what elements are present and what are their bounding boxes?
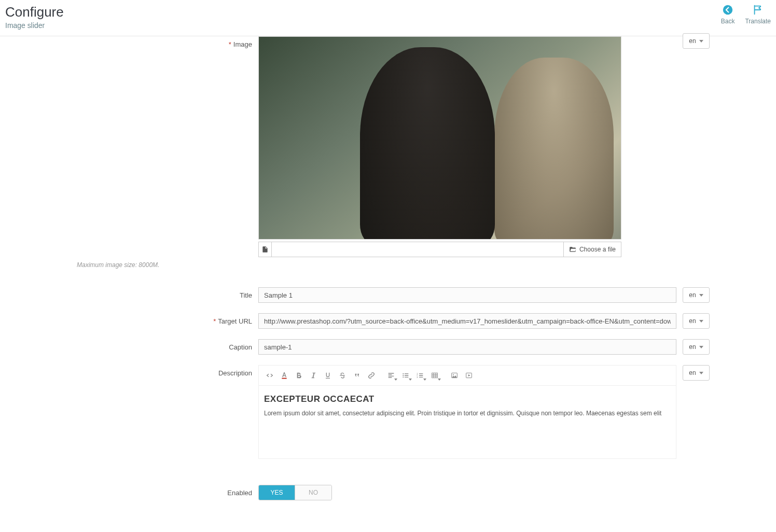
title-input[interactable] — [258, 287, 676, 303]
row-title: Title en — [66, 287, 710, 303]
label-title: Title — [66, 287, 258, 299]
image-size-hint: Maximum image size: 8000M. — [77, 261, 159, 269]
caret-icon — [699, 346, 703, 348]
rte-link-icon[interactable] — [365, 369, 378, 382]
svg-rect-8 — [432, 373, 438, 377]
rich-text-editor: 123 EXCEPTEUR OCCAECAT Lorem ipsum dolor… — [258, 365, 676, 459]
rte-number-list-icon[interactable]: 123 — [413, 369, 427, 382]
row-description: Description 1 — [66, 365, 710, 459]
lang-select-url[interactable]: en — [683, 313, 710, 329]
file-path-input[interactable] — [272, 242, 563, 257]
row-caption: Caption en — [66, 339, 710, 355]
lang-value: en — [689, 369, 696, 376]
rte-text-color-icon[interactable] — [278, 369, 291, 382]
file-input: Choose a file — [258, 242, 621, 257]
rte-blockquote-icon[interactable] — [350, 369, 364, 382]
description-body: Lorem ipsum dolor sit amet, consectetur … — [264, 410, 671, 417]
row-target-url: *Target URL en — [66, 313, 710, 329]
back-icon — [721, 4, 735, 16]
lang-select-image[interactable]: en — [683, 33, 710, 49]
svg-point-10 — [453, 374, 454, 375]
caret-icon — [699, 294, 703, 297]
translate-label: Translate — [745, 18, 771, 25]
choose-file-button[interactable]: Choose a file — [563, 242, 621, 257]
svg-point-4 — [403, 376, 404, 377]
rte-underline-icon[interactable] — [321, 369, 335, 382]
rte-video-icon[interactable] — [462, 369, 476, 382]
svg-point-3 — [403, 375, 404, 376]
caret-icon — [699, 40, 703, 43]
caret-icon — [699, 372, 703, 374]
label-image: *Image — [66, 36, 258, 48]
svg-rect-1 — [282, 378, 286, 379]
label-enabled: Enabled — [66, 485, 258, 497]
rte-italic-icon[interactable] — [307, 369, 320, 382]
back-label: Back — [721, 18, 735, 25]
label-description: Description — [66, 365, 258, 377]
rte-toolbar: 123 — [259, 366, 676, 386]
lang-select-caption[interactable]: en — [683, 339, 710, 355]
row-image-hint: Maximum image size: 8000M. — [66, 261, 710, 269]
page-header: Configure Image slider Back Translate — [0, 0, 776, 36]
page-subtitle: Image slider — [5, 21, 64, 30]
rte-strikethrough-icon[interactable] — [336, 369, 349, 382]
row-image: *Image Choose a file — [66, 36, 710, 257]
lang-value: en — [689, 291, 696, 299]
page-title: Configure — [5, 4, 64, 20]
rte-image-icon[interactable] — [448, 369, 461, 382]
enabled-no[interactable]: NO — [295, 485, 331, 500]
rte-source-code-icon[interactable] — [263, 369, 276, 382]
svg-point-2 — [403, 373, 404, 374]
row-enabled: Enabled YES NO — [66, 485, 710, 500]
svg-text:3: 3 — [417, 376, 418, 379]
back-button[interactable]: Back — [721, 4, 735, 25]
page-actions: Back Translate — [721, 4, 771, 25]
description-heading: EXCEPTEUR OCCAECAT — [264, 394, 671, 404]
caret-icon — [699, 320, 703, 323]
rte-align-icon[interactable] — [384, 369, 398, 382]
page-title-block: Configure Image slider — [5, 4, 64, 30]
folder-open-icon — [569, 246, 576, 253]
image-preview — [258, 36, 621, 240]
label-caption: Caption — [66, 339, 258, 351]
rte-content[interactable]: EXCEPTEUR OCCAECAT Lorem ipsum dolor sit… — [259, 386, 676, 458]
file-icon — [258, 242, 272, 257]
caption-input[interactable] — [258, 339, 676, 355]
rte-table-icon[interactable] — [428, 369, 441, 382]
label-target-url: *Target URL — [66, 313, 258, 325]
lang-value: en — [689, 317, 696, 325]
translate-button[interactable]: Translate — [745, 4, 771, 25]
target-url-input[interactable] — [258, 313, 676, 329]
rte-bullet-list-icon[interactable] — [399, 369, 412, 382]
lang-value: en — [689, 37, 696, 45]
form: *Image Choose a file — [56, 36, 720, 521]
flag-icon — [751, 4, 765, 16]
rte-bold-icon[interactable] — [292, 369, 306, 382]
lang-select-title[interactable]: en — [683, 287, 710, 303]
enabled-yes[interactable]: YES — [259, 485, 295, 500]
svg-point-0 — [723, 5, 732, 15]
lang-select-description[interactable]: en — [683, 365, 710, 381]
lang-value: en — [689, 343, 696, 351]
choose-file-label: Choose a file — [579, 246, 616, 253]
enabled-switch[interactable]: YES NO — [258, 485, 332, 500]
